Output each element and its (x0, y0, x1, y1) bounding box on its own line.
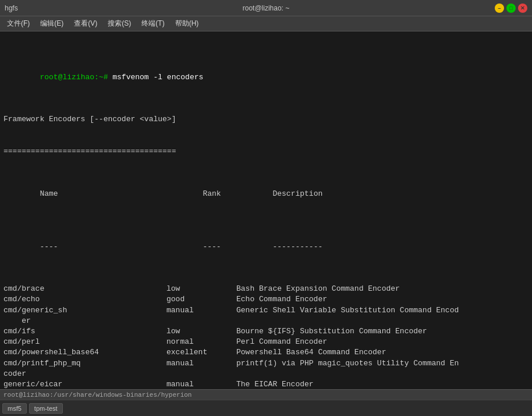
window-controls: – □ ✕ (495, 3, 527, 13)
terminal-output[interactable]: msf5> quit root@lizihao:~# msfvenom -l e… (0, 31, 532, 389)
enc-rank: manual (166, 379, 236, 389)
taskbar-tpm-test[interactable]: tpm-test (29, 403, 63, 414)
title-bar: hgfs root@lizihao: ~ – □ ✕ (0, 0, 532, 16)
menu-bar: 文件(F) 编辑(E) 查看(V) 搜索(S) 终端(T) 帮助(H) (0, 16, 532, 31)
enc-name: cmd/perl (3, 337, 166, 347)
header-sep: ====================================== (3, 146, 529, 157)
enc-rank: low (166, 326, 236, 337)
enc-desc: Generic Shell Variable Substitution Comm… (236, 306, 459, 315)
encoder-row: er (3, 316, 529, 326)
maximize-button[interactable]: □ (506, 3, 516, 13)
encoder-row: cmd/ifslowBourne ${IFS} Substitution Com… (3, 326, 529, 337)
enc-rank: normal (166, 337, 236, 347)
dash1: ---- (40, 242, 203, 252)
encoder-row: cmd/perlnormalPerl Command Encoder (3, 337, 529, 347)
prompt-line1: msf5> quit (3, 31, 529, 40)
col-headers: NameRankDescription (3, 178, 529, 210)
taskbar: msf5 tpm-test (0, 400, 532, 416)
encoder-row: cmd/generic_shmanualGeneric Shell Variab… (3, 305, 529, 316)
enc-name: generic/eicar (3, 379, 166, 389)
enc-desc: Bash Brace Expansion Command Encoder (236, 284, 400, 293)
enc-desc: printf(1) via PHP magic_quotes Utility C… (236, 359, 459, 368)
enc-name: cmd/generic_sh (3, 305, 166, 316)
prompt-cmd2: msfvenom -l encoders (108, 73, 203, 82)
encoder-row: coder (3, 369, 529, 379)
terminal-window: hgfs root@lizihao: ~ – □ ✕ 文件(F) 编辑(E) 查… (0, 0, 532, 416)
terminal-wrapper: msf5> quit root@lizihao:~# msfvenom -l e… (0, 31, 532, 389)
minimize-button[interactable]: – (495, 3, 504, 13)
taskbar-msf5[interactable]: msf5 (2, 403, 27, 414)
col-rank-header: Rank (203, 189, 272, 199)
menu-help[interactable]: 帮助(H) (171, 17, 204, 30)
enc-name: cmd/ifs (3, 326, 166, 337)
col-name-header: Name (40, 189, 203, 199)
dash3: ----------- (272, 242, 322, 251)
encoder-list: cmd/bracelowBash Brace Expansion Command… (3, 284, 529, 389)
menu-terminal[interactable]: 终端(T) (137, 17, 169, 30)
encoder-row: cmd/powershell_base64excellentPowershell… (3, 347, 529, 358)
app-name: hgfs (5, 4, 18, 12)
enc-desc: Powershell Base64 Command Encoder (236, 348, 386, 357)
dash2: ---- (203, 242, 272, 252)
enc-rank: good (166, 294, 236, 305)
menu-file[interactable]: 文件(F) (2, 17, 34, 30)
menu-edit[interactable]: 编辑(E) (36, 17, 68, 30)
encoder-row: cmd/bracelowBash Brace Expansion Command… (3, 284, 529, 294)
col-dashes: ------------------- (3, 231, 529, 263)
enc-rank: low (166, 284, 236, 294)
encoder-row: cmd/printf_php_mqmanualprintf(1) via PHP… (3, 358, 529, 369)
enc-desc: The EICAR Encoder (236, 380, 314, 389)
encoder-row: generic/eicarmanualThe EICAR Encoder (3, 379, 529, 389)
enc-desc: Echo Command Encoder (236, 295, 327, 304)
window-title: root@lizihao: ~ (243, 4, 290, 12)
enc-name: cmd/echo (3, 294, 166, 305)
menu-view[interactable]: 查看(V) (69, 17, 102, 30)
menu-search[interactable]: 搜索(S) (103, 17, 136, 30)
enc-desc: Bourne ${IFS} Substitution Command Encod… (236, 327, 427, 336)
encoder-row: cmd/echogoodEcho Command Encoder (3, 294, 529, 305)
enc-name: cmd/brace (3, 284, 166, 294)
enc-name: cmd/powershell_base64 (3, 347, 166, 358)
enc-name: cmd/printf_php_mq (3, 358, 166, 369)
enc-rank: excellent (166, 347, 236, 358)
close-button[interactable]: ✕ (518, 3, 527, 13)
enc-rank: manual (166, 305, 236, 316)
enc-desc: Perl Command Encoder (236, 337, 327, 346)
enc-rank: manual (166, 358, 236, 369)
col-desc-header: Description (272, 189, 322, 198)
bottom-text: root@lizihao:/usr/share/windows-binaries… (3, 392, 191, 399)
prompt-user2: root@lizihao:~# (40, 73, 108, 82)
prompt-line2: root@lizihao:~# msfvenom -l encoders (3, 61, 529, 93)
header-line1: Framework Encoders [--encoder <value>] (3, 114, 529, 125)
bottom-bar: root@lizihao:/usr/share/windows-binaries… (0, 389, 532, 400)
